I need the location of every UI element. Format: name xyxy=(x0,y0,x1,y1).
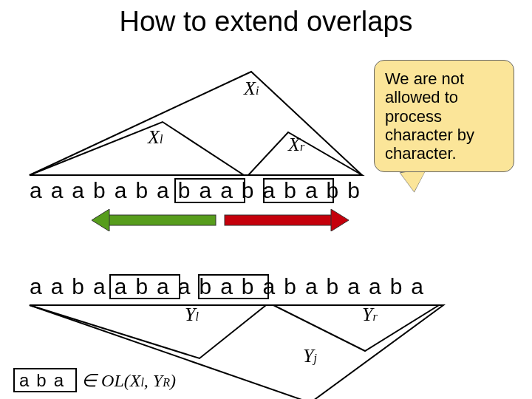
label-xl: Xl xyxy=(148,126,163,149)
callout-note: We are not allowed to process character … xyxy=(374,60,514,172)
svg-marker-4 xyxy=(92,209,109,231)
membership-box: aba xyxy=(13,368,77,392)
arrow-left xyxy=(89,209,222,231)
page-title: How to extend overlaps xyxy=(0,0,532,38)
triangle-xl xyxy=(22,117,251,177)
label-xr: Xr xyxy=(288,134,304,156)
svg-rect-3 xyxy=(105,215,216,225)
membership-statement: aba ∈ OL(Xl, YR) xyxy=(13,370,176,391)
box-row2-a xyxy=(109,274,180,299)
label-xi: Xi xyxy=(244,78,259,100)
svg-marker-2 xyxy=(248,132,362,175)
svg-rect-5 xyxy=(225,215,335,225)
box-row2-b xyxy=(198,274,269,299)
svg-marker-1 xyxy=(30,122,244,175)
diagram-stage: Xi Xl Xr aaabababaabababb aabaabaabababa… xyxy=(0,38,532,399)
box-row1-b xyxy=(263,178,334,203)
triangle-xr xyxy=(244,128,369,177)
arrow-right xyxy=(219,209,352,231)
label-yj: Yj xyxy=(303,345,317,367)
box-row1-a xyxy=(174,178,245,203)
svg-marker-6 xyxy=(331,209,349,231)
